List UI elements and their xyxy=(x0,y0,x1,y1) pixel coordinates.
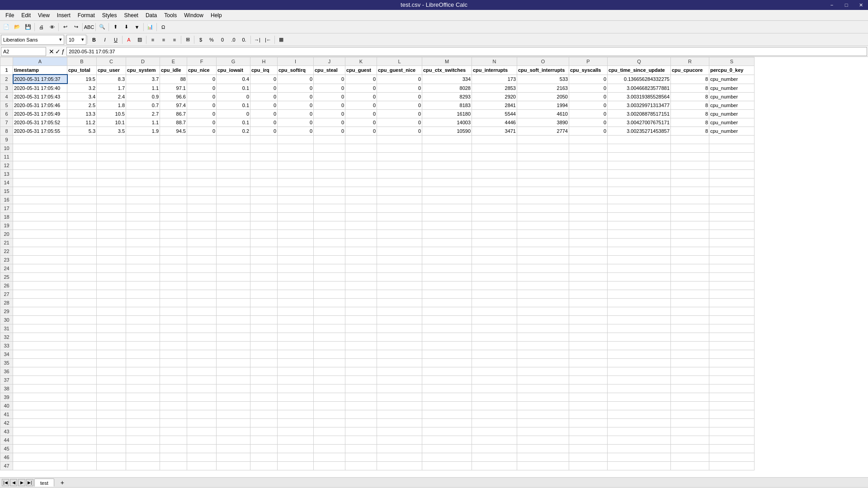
cell-38-P[interactable] xyxy=(569,385,608,393)
undo-button[interactable]: ↩ xyxy=(60,22,71,32)
cell-10-L[interactable] xyxy=(377,144,422,153)
cell-21-F[interactable] xyxy=(187,239,217,247)
cell-39-F[interactable] xyxy=(187,393,217,402)
cell-16-N[interactable] xyxy=(472,196,517,204)
cell-23-K[interactable] xyxy=(345,256,377,264)
cell-4-S[interactable]: cpu_number xyxy=(709,93,755,101)
cell-21-D[interactable] xyxy=(126,239,160,247)
cell-3-L[interactable]: 0 xyxy=(377,84,422,93)
cell-10-P[interactable] xyxy=(569,144,608,153)
cell-43-B[interactable] xyxy=(67,427,97,436)
cell-1-E[interactable]: cpu_idle xyxy=(160,66,187,75)
cell-6-K[interactable]: 0 xyxy=(345,110,377,118)
cell-22-N[interactable] xyxy=(472,247,517,256)
cell-7-P[interactable]: 0 xyxy=(569,118,608,127)
cell-28-F[interactable] xyxy=(187,299,217,307)
sort-asc-button[interactable]: ⬆ xyxy=(110,22,121,32)
cell-45-M[interactable] xyxy=(422,445,472,453)
cell-33-B[interactable] xyxy=(67,342,97,350)
cell-7-D[interactable]: 1.1 xyxy=(126,118,160,127)
cell-47-E[interactable] xyxy=(160,462,187,470)
add-sheet-button[interactable]: + xyxy=(57,478,68,488)
row-number[interactable]: 39 xyxy=(0,393,13,402)
cell-25-Q[interactable] xyxy=(608,273,671,282)
cell-44-F[interactable] xyxy=(187,436,217,445)
cell-3-R[interactable]: 8 xyxy=(671,84,709,93)
cell-40-J[interactable] xyxy=(314,402,345,410)
cell-11-N[interactable] xyxy=(472,153,517,161)
cell-20-I[interactable] xyxy=(278,230,314,239)
cell-12-P[interactable] xyxy=(569,161,608,170)
cell-11-G[interactable] xyxy=(217,153,250,161)
cell-17-B[interactable] xyxy=(67,204,97,213)
cell-38-K[interactable] xyxy=(345,385,377,393)
formula-input[interactable] xyxy=(66,47,867,56)
col-header-Q[interactable]: Q xyxy=(608,57,671,66)
cell-2-P[interactable]: 0 xyxy=(569,75,608,84)
cell-23-H[interactable] xyxy=(250,256,278,264)
cell-13-I[interactable] xyxy=(278,170,314,178)
cell-6-Q[interactable]: 3.00208878517151 xyxy=(608,110,671,118)
cell-25-A[interactable] xyxy=(13,273,67,282)
cell-28-O[interactable] xyxy=(517,299,569,307)
cell-39-P[interactable] xyxy=(569,393,608,402)
cell-44-P[interactable] xyxy=(569,436,608,445)
tab-first-button[interactable]: |◀ xyxy=(2,479,9,486)
cell-26-M[interactable] xyxy=(422,282,472,290)
row-number[interactable]: 45 xyxy=(0,445,13,453)
cell-45-F[interactable] xyxy=(187,445,217,453)
cell-1-L[interactable]: cpu_guest_nice xyxy=(377,66,422,75)
cell-14-P[interactable] xyxy=(569,178,608,187)
cell-9-J[interactable] xyxy=(314,136,345,144)
cell-34-G[interactable] xyxy=(217,350,250,359)
cell-17-N[interactable] xyxy=(472,204,517,213)
cell-8-L[interactable]: 0 xyxy=(377,127,422,136)
cell-23-I[interactable] xyxy=(278,256,314,264)
cell-29-F[interactable] xyxy=(187,307,217,316)
cell-33-E[interactable] xyxy=(160,342,187,350)
cell-5-D[interactable]: 0.7 xyxy=(126,101,160,110)
cell-26-S[interactable] xyxy=(709,282,755,290)
cell-45-Q[interactable] xyxy=(608,445,671,453)
cell-22-M[interactable] xyxy=(422,247,472,256)
cell-11-K[interactable] xyxy=(345,153,377,161)
cell-36-H[interactable] xyxy=(250,367,278,376)
cell-41-I[interactable] xyxy=(278,410,314,419)
cell-12-S[interactable] xyxy=(709,161,755,170)
cell-29-A[interactable] xyxy=(13,307,67,316)
cell-40-F[interactable] xyxy=(187,402,217,410)
open-button[interactable]: 📂 xyxy=(12,22,23,32)
cell-17-I[interactable] xyxy=(278,204,314,213)
cell-38-R[interactable] xyxy=(671,385,709,393)
cell-32-H[interactable] xyxy=(250,333,278,342)
cell-19-N[interactable] xyxy=(472,221,517,230)
cell-44-O[interactable] xyxy=(517,436,569,445)
cell-43-Q[interactable] xyxy=(608,427,671,436)
cell-18-N[interactable] xyxy=(472,213,517,221)
cell-44-L[interactable] xyxy=(377,436,422,445)
cell-1-C[interactable]: cpu_user xyxy=(97,66,126,75)
redo-button[interactable]: ↪ xyxy=(71,22,81,32)
cell-22-H[interactable] xyxy=(250,247,278,256)
cell-30-M[interactable] xyxy=(422,316,472,324)
cell-32-A[interactable] xyxy=(13,333,67,342)
cell-20-C[interactable] xyxy=(97,230,126,239)
cell-8-A[interactable]: 2020-05-31 17:05:55 xyxy=(13,127,67,136)
cell-6-S[interactable]: cpu_number xyxy=(709,110,755,118)
close-button[interactable]: ✕ xyxy=(854,0,868,10)
cell-31-G[interactable] xyxy=(217,324,250,333)
cell-37-S[interactable] xyxy=(709,376,755,385)
row-number[interactable]: 38 xyxy=(0,385,13,393)
cell-32-M[interactable] xyxy=(422,333,472,342)
cell-1-M[interactable]: cpu_ctx_switches xyxy=(422,66,472,75)
cell-17-C[interactable] xyxy=(97,204,126,213)
row-number[interactable]: 44 xyxy=(0,436,13,445)
cell-33-R[interactable] xyxy=(671,342,709,350)
cell-12-F[interactable] xyxy=(187,161,217,170)
cell-28-J[interactable] xyxy=(314,299,345,307)
cell-8-S[interactable]: cpu_number xyxy=(709,127,755,136)
cell-25-S[interactable] xyxy=(709,273,755,282)
cell-45-L[interactable] xyxy=(377,445,422,453)
cell-38-I[interactable] xyxy=(278,385,314,393)
cell-43-L[interactable] xyxy=(377,427,422,436)
